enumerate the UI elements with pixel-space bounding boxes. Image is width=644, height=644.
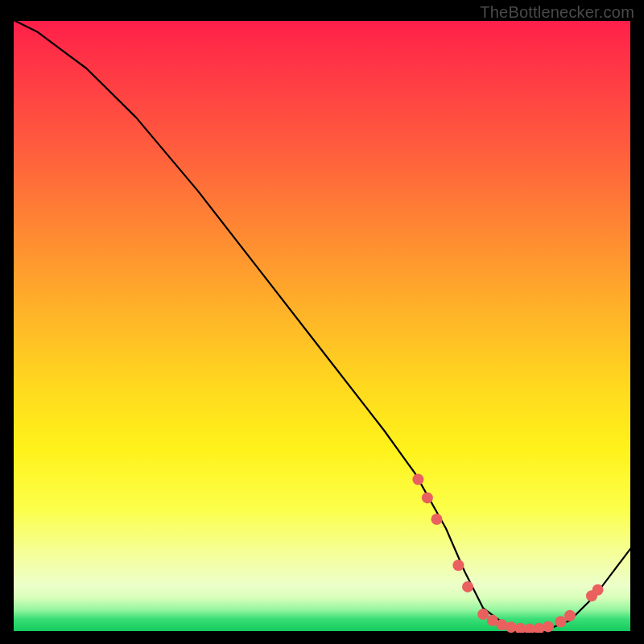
bottleneck-curve-path	[12, 19, 632, 630]
curve-marker	[543, 621, 554, 632]
chart-stage: TheBottlenecker.com	[0, 0, 644, 644]
curve-marker	[412, 474, 423, 485]
plot-frame	[12, 19, 632, 633]
curve-marker	[592, 584, 604, 596]
curve-marker	[462, 581, 473, 592]
curve-marker	[431, 514, 443, 525]
curve-marker	[477, 609, 489, 620]
curve-marker	[564, 610, 576, 621]
watermark-text: TheBottlenecker.com	[480, 3, 634, 22]
curve-marker	[555, 616, 567, 627]
curve-marker	[452, 559, 464, 571]
curve-markers	[412, 474, 603, 634]
curve-layer	[12, 19, 632, 633]
curve-marker	[422, 492, 433, 503]
